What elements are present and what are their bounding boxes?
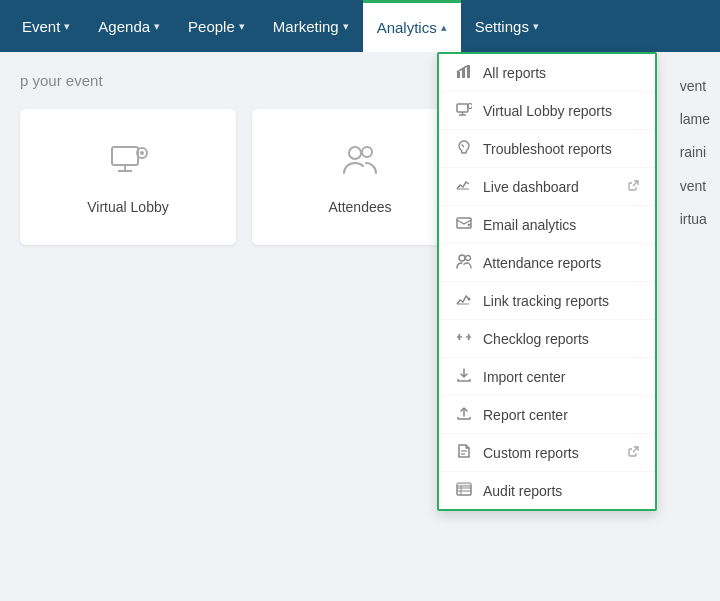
dropdown-item-import-center[interactable]: Import center (439, 358, 655, 396)
nav-label-people: People (188, 18, 235, 35)
checklog-reports-label: Checklog reports (483, 331, 639, 347)
chevron-icon-event: ▾ (64, 20, 70, 33)
svg-point-2 (140, 151, 144, 155)
nav-label-marketing: Marketing (273, 18, 339, 35)
virtual-lobby-label: Virtual Lobby (87, 199, 168, 215)
svg-point-17 (468, 298, 471, 301)
virtual-lobby-reports-label: Virtual Lobby reports (483, 103, 639, 119)
card-attendees[interactable]: Attendees (252, 109, 468, 245)
dropdown-item-report-center[interactable]: Report center (439, 396, 655, 434)
custom-reports-external-icon (628, 446, 639, 459)
chevron-icon-settings: ▾ (533, 20, 539, 33)
audit-reports-icon (455, 481, 473, 500)
attendance-reports-label: Attendance reports (483, 255, 639, 271)
nav-label-agenda: Agenda (98, 18, 150, 35)
svg-rect-14 (457, 218, 471, 228)
report-center-label: Report center (483, 407, 639, 423)
svg-rect-7 (457, 72, 460, 78)
troubleshoot-reports-icon (455, 139, 473, 158)
dropdown-item-virtual-lobby-reports[interactable]: Virtual Lobby reports (439, 92, 655, 130)
nav-item-agenda[interactable]: Agenda ▾ (84, 0, 174, 52)
all-reports-icon (455, 63, 473, 82)
chevron-icon-analytics: ▴ (441, 21, 447, 34)
svg-rect-9 (467, 65, 470, 78)
nav-label-analytics: Analytics (377, 19, 437, 36)
live-dashboard-label: Live dashboard (483, 179, 618, 195)
svg-point-5 (349, 147, 361, 159)
live-dashboard-external-icon (628, 180, 639, 193)
nav-item-people[interactable]: People ▾ (174, 0, 259, 52)
side-line-5: irtua (674, 203, 716, 236)
svg-rect-10 (457, 104, 468, 112)
side-line-1: vent (674, 70, 716, 103)
side-info: vent lame raini vent irtua (674, 70, 720, 236)
dropdown-item-all-reports[interactable]: All reports (439, 54, 655, 92)
dropdown-item-audit-reports[interactable]: Audit reports (439, 472, 655, 509)
email-analytics-label: Email analytics (483, 217, 639, 233)
link-tracking-reports-icon (455, 291, 473, 310)
dropdown-item-checklog-reports[interactable]: Checklog reports (439, 320, 655, 358)
card-virtual-lobby[interactable]: Virtual Lobby (20, 109, 236, 245)
custom-reports-icon (455, 443, 473, 462)
svg-rect-0 (112, 147, 138, 165)
analytics-dropdown: All reports Virtual Lobby reports Troubl… (437, 52, 657, 511)
email-analytics-icon (455, 215, 473, 234)
svg-point-16 (466, 256, 471, 261)
chevron-icon-people: ▾ (239, 20, 245, 33)
nav-item-marketing[interactable]: Marketing ▾ (259, 0, 363, 52)
dropdown-item-live-dashboard[interactable]: Live dashboard (439, 168, 655, 206)
side-line-2: lame (674, 103, 716, 136)
dropdown-item-custom-reports[interactable]: Custom reports (439, 434, 655, 472)
troubleshoot-reports-label: Troubleshoot reports (483, 141, 639, 157)
import-center-label: Import center (483, 369, 639, 385)
side-line-3: raini (674, 136, 716, 169)
dropdown-item-troubleshoot-reports[interactable]: Troubleshoot reports (439, 130, 655, 168)
import-center-icon (455, 367, 473, 386)
chevron-icon-agenda: ▾ (154, 20, 160, 33)
attendees-icon (340, 139, 380, 187)
nav-item-analytics[interactable]: Analytics ▴ (363, 0, 461, 52)
svg-point-15 (459, 255, 465, 261)
side-line-4: vent (674, 170, 716, 203)
virtual-lobby-reports-icon (455, 101, 473, 120)
dropdown-item-link-tracking-reports[interactable]: Link tracking reports (439, 282, 655, 320)
link-tracking-reports-label: Link tracking reports (483, 293, 639, 309)
all-reports-label: All reports (483, 65, 639, 81)
nav-label-settings: Settings (475, 18, 529, 35)
report-center-icon (455, 405, 473, 424)
attendance-reports-icon (455, 253, 473, 272)
dropdown-item-email-analytics[interactable]: Email analytics (439, 206, 655, 244)
custom-reports-label: Custom reports (483, 445, 618, 461)
svg-rect-24 (457, 483, 471, 486)
attendees-label: Attendees (328, 199, 391, 215)
chevron-icon-marketing: ▾ (343, 20, 349, 33)
virtual-lobby-icon (108, 139, 148, 187)
audit-reports-label: Audit reports (483, 483, 639, 499)
nav-item-settings[interactable]: Settings ▾ (461, 0, 553, 52)
navbar: Event ▾ Agenda ▾ People ▾ Marketing ▾ An… (0, 0, 720, 52)
nav-label-event: Event (22, 18, 60, 35)
checklog-reports-icon (455, 329, 473, 348)
svg-point-6 (362, 147, 372, 157)
dropdown-item-attendance-reports[interactable]: Attendance reports (439, 244, 655, 282)
live-dashboard-icon (455, 177, 473, 196)
nav-item-event[interactable]: Event ▾ (8, 0, 84, 52)
